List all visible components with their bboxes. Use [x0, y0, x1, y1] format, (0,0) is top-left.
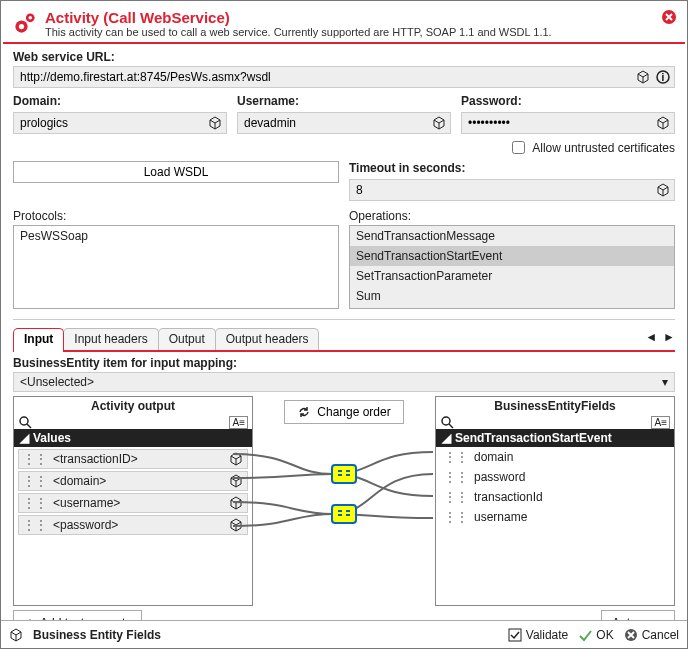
tab-next-icon[interactable]: ►: [663, 330, 675, 344]
domain-label: Domain:: [13, 94, 227, 108]
drag-icon[interactable]: ⋮⋮: [444, 470, 468, 484]
sort-icon[interactable]: A≡: [651, 416, 670, 429]
operation-item[interactable]: SendTransactionMessage: [350, 226, 674, 246]
cancel-icon: [624, 628, 638, 642]
entity-field-row[interactable]: ⋮⋮username: [440, 507, 670, 527]
search-icon[interactable]: [18, 415, 32, 429]
svg-rect-15: [346, 514, 350, 516]
validate-icon: [508, 628, 522, 642]
operations-list[interactable]: SendTransactionMessageSendTransactionSta…: [349, 225, 675, 309]
cube-icon[interactable]: [656, 183, 670, 197]
entity-field-row[interactable]: ⋮⋮domain: [440, 447, 670, 467]
drag-icon[interactable]: ⋮⋮: [23, 518, 47, 532]
activity-output-row[interactable]: ⋮⋮<domain>: [18, 471, 248, 491]
row-label: <transactionID>: [53, 452, 223, 466]
cube-icon[interactable]: [229, 496, 243, 510]
allow-untrusted-checkbox[interactable]: [512, 141, 525, 154]
drag-icon[interactable]: ⋮⋮: [23, 496, 47, 510]
operation-item[interactable]: Sum: [350, 286, 674, 306]
svg-point-3: [29, 16, 33, 20]
cube-icon[interactable]: [229, 518, 243, 532]
row-label: <domain>: [53, 474, 223, 488]
cube-icon[interactable]: [229, 474, 243, 488]
tab-output[interactable]: Output: [158, 328, 216, 350]
drag-icon[interactable]: ⋮⋮: [23, 452, 47, 466]
cube-icon[interactable]: [636, 70, 650, 84]
activity-output-row[interactable]: ⋮⋮<transactionID>: [18, 449, 248, 469]
row-label: transactionId: [474, 490, 666, 504]
password-input[interactable]: [466, 115, 650, 131]
search-icon[interactable]: [440, 415, 454, 429]
svg-rect-8: [338, 470, 342, 472]
activity-output-row[interactable]: ⋮⋮<password>: [18, 515, 248, 535]
dialog-subtitle: This activity can be used to call a web …: [45, 26, 552, 38]
mapping-entity-dropdown[interactable]: <Unselected> ▾: [13, 372, 675, 392]
info-icon[interactable]: i: [656, 70, 670, 84]
cube-icon[interactable]: [656, 116, 670, 130]
drag-icon[interactable]: ⋮⋮: [23, 474, 47, 488]
cube-icon[interactable]: [208, 116, 222, 130]
map-node[interactable]: [331, 504, 357, 524]
sort-icon[interactable]: A≡: [229, 416, 248, 429]
drag-icon[interactable]: ⋮⋮: [444, 490, 468, 504]
url-label: Web service URL:: [13, 50, 675, 64]
drag-icon[interactable]: ⋮⋮: [444, 510, 468, 524]
expand-icon[interactable]: ◢: [20, 431, 29, 445]
activity-output-title: Activity output: [14, 397, 252, 415]
row-label: <password>: [53, 518, 223, 532]
svg-rect-9: [338, 474, 342, 476]
tab-output-headers[interactable]: Output headers: [215, 328, 320, 350]
operation-group-label: SendTransactionStartEvent: [455, 431, 612, 445]
drag-icon[interactable]: ⋮⋮: [444, 450, 468, 464]
svg-text:i: i: [662, 72, 665, 83]
svg-rect-14: [346, 510, 350, 512]
footer-entity-label: Business Entity Fields: [33, 628, 161, 642]
cancel-button[interactable]: Cancel: [624, 628, 679, 642]
tab-input-headers[interactable]: Input headers: [63, 328, 158, 350]
change-order-button[interactable]: Change order: [284, 400, 403, 424]
activity-output-row[interactable]: ⋮⋮<username>: [18, 493, 248, 513]
svg-rect-13: [338, 514, 342, 516]
protocol-item[interactable]: PesWSSoap: [14, 226, 338, 246]
load-wsdl-button[interactable]: Load WSDL: [13, 161, 339, 183]
domain-input[interactable]: [18, 115, 202, 131]
entity-fields-title: BusinessEntityFields: [436, 397, 674, 415]
password-label: Password:: [461, 94, 675, 108]
svg-rect-12: [338, 510, 342, 512]
cube-icon: [9, 628, 23, 642]
timeout-label: Timeout in seconds:: [349, 161, 675, 175]
map-node[interactable]: [331, 464, 357, 484]
row-label: <username>: [53, 496, 223, 510]
allow-untrusted-label: Allow untrusted certificates: [532, 141, 675, 155]
refresh-icon: [297, 405, 311, 419]
validate-button[interactable]: Validate: [508, 628, 568, 642]
cube-icon[interactable]: [432, 116, 446, 130]
values-group-label: Values: [33, 431, 71, 445]
operations-label: Operations:: [349, 209, 675, 223]
operation-item[interactable]: SetTransactionParameter: [350, 266, 674, 286]
svg-point-7: [20, 417, 28, 425]
entity-field-row[interactable]: ⋮⋮transactionId: [440, 487, 670, 507]
url-input[interactable]: [18, 69, 630, 85]
operation-item[interactable]: TestWeb: [350, 306, 674, 309]
svg-rect-11: [346, 474, 350, 476]
mapping-heading: BusinessEntity item for input mapping:: [3, 352, 685, 370]
cube-icon[interactable]: [229, 452, 243, 466]
tab-prev-icon[interactable]: ◄: [645, 330, 657, 344]
row-label: password: [474, 470, 666, 484]
ok-button[interactable]: OK: [578, 628, 613, 642]
close-icon[interactable]: [661, 9, 677, 25]
operation-item[interactable]: SendTransactionStartEvent: [350, 246, 674, 266]
entity-field-row[interactable]: ⋮⋮password: [440, 467, 670, 487]
activity-output-panel: Activity output A≡ ◢Values ⋮⋮<transactio…: [13, 396, 253, 606]
timeout-input[interactable]: [354, 182, 650, 198]
username-input[interactable]: [242, 115, 426, 131]
protocols-list[interactable]: PesWSSoap: [13, 225, 339, 309]
svg-point-16: [442, 417, 450, 425]
row-label: domain: [474, 450, 666, 464]
svg-point-1: [19, 24, 24, 29]
tab-input[interactable]: Input: [13, 328, 64, 350]
expand-icon[interactable]: ◢: [442, 431, 451, 445]
row-label: username: [474, 510, 666, 524]
protocols-label: Protocols:: [13, 209, 339, 223]
